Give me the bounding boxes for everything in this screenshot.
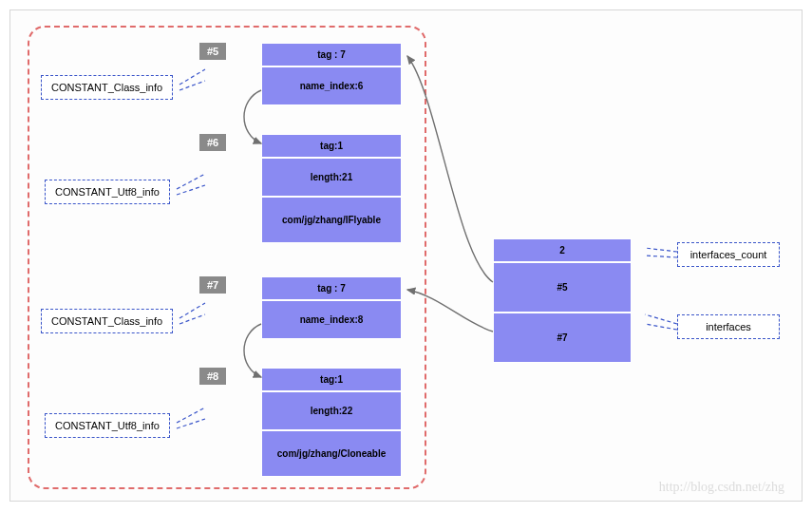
struct8-tag: tag:1 xyxy=(261,368,402,391)
badge-7: #7 xyxy=(199,276,226,294)
badge-5: #5 xyxy=(199,43,226,60)
watermark: http://blog.csdn.net/zhg xyxy=(659,480,784,495)
badge-8: #8 xyxy=(199,368,226,385)
struct8-bytes: com/jg/zhang/Cloneable xyxy=(261,430,402,477)
diagram-canvas: #5 tag : 7 name_index:6 CONSTANT_Class_i… xyxy=(9,9,803,502)
interfaces-idx2-cell: #7 xyxy=(493,313,632,363)
label-class-info-2: CONSTANT_Class_info xyxy=(41,309,173,333)
struct8-length: length:22 xyxy=(261,391,402,430)
struct-7: tag : 7 name_index:8 xyxy=(261,276,402,339)
label-utf8-info-1: CONSTANT_Utf8_info xyxy=(45,180,170,204)
interfaces-struct: 2 #5 #7 xyxy=(493,238,632,363)
struct6-bytes: com/jg/zhang/IFlyable xyxy=(261,197,402,243)
struct6-length: length:21 xyxy=(261,158,402,197)
label-interfaces-count: interfaces_count xyxy=(677,242,780,267)
struct7-tag: tag : 7 xyxy=(261,276,402,300)
interfaces-count-cell: 2 xyxy=(493,238,632,262)
label-class-info-1: CONSTANT_Class_info xyxy=(41,75,173,100)
struct7-name-index: name_index:8 xyxy=(261,300,402,339)
badge-6: #6 xyxy=(199,134,226,151)
struct-8: tag:1 length:22 com/jg/zhang/Cloneable xyxy=(261,368,402,477)
struct-5: tag : 7 name_index:6 xyxy=(261,43,402,105)
struct5-name-index: name_index:6 xyxy=(261,66,402,105)
struct5-tag: tag : 7 xyxy=(261,43,402,66)
struct6-tag: tag:1 xyxy=(261,134,402,158)
label-interfaces: interfaces xyxy=(677,314,780,339)
interfaces-idx1-cell: #5 xyxy=(493,262,632,313)
struct-6: tag:1 length:21 com/jg/zhang/IFlyable xyxy=(261,134,402,243)
label-utf8-info-2: CONSTANT_Utf8_info xyxy=(45,413,170,438)
